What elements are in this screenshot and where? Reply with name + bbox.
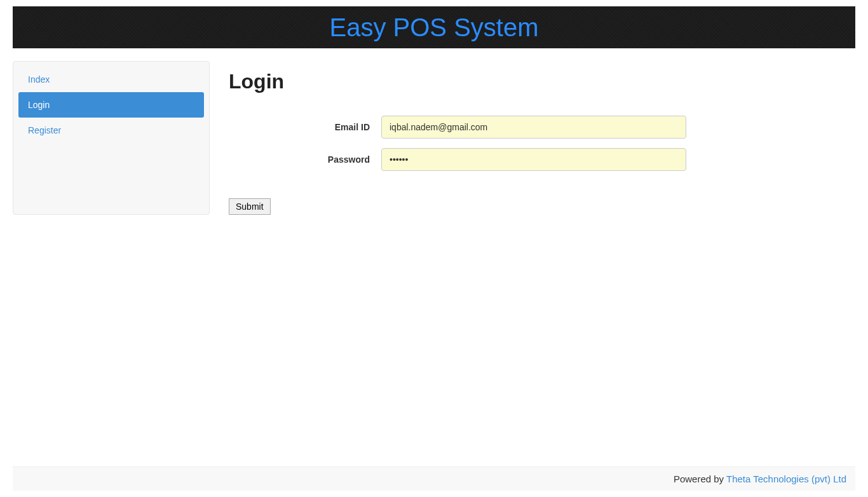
form-row-password: Password bbox=[229, 148, 855, 171]
password-input[interactable] bbox=[381, 148, 686, 171]
header-bar: Easy POS System bbox=[13, 6, 855, 48]
content-area: Login Email ID Password Submit bbox=[229, 61, 855, 215]
email-label: Email ID bbox=[229, 122, 381, 132]
sidebar-item-login[interactable]: Login bbox=[18, 92, 204, 118]
sidebar-item-register[interactable]: Register bbox=[18, 118, 204, 143]
submit-button[interactable]: Submit bbox=[229, 198, 271, 215]
email-input[interactable] bbox=[381, 116, 686, 139]
footer-prefix: Powered by bbox=[674, 473, 726, 484]
footer-link[interactable]: Theta Technologies (pvt) Ltd bbox=[726, 473, 846, 484]
page-title: Login bbox=[229, 70, 855, 93]
password-label: Password bbox=[229, 154, 381, 165]
form-row-email: Email ID bbox=[229, 116, 855, 139]
app-title: Easy POS System bbox=[330, 13, 539, 42]
sidebar-nav: Index Login Register bbox=[13, 61, 210, 215]
footer: Powered by Theta Technologies (pvt) Ltd bbox=[13, 466, 855, 491]
sidebar-item-index[interactable]: Index bbox=[18, 67, 204, 92]
main-container: Index Login Register Login Email ID Pass… bbox=[13, 61, 855, 215]
